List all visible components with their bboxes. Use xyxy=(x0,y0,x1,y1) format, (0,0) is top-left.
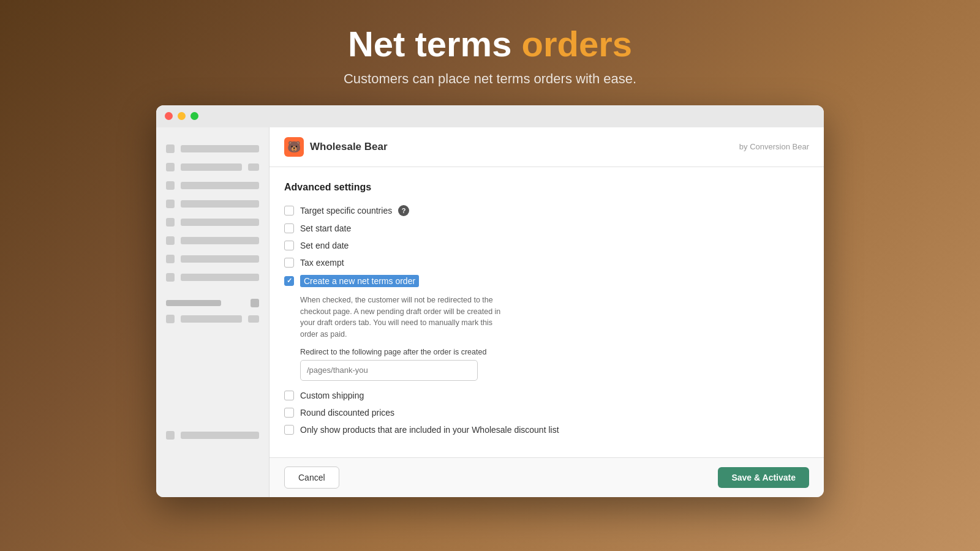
redirect-label: Redirect to the following page after the… xyxy=(300,348,809,356)
checkbox-label-custom-shipping: Custom shipping xyxy=(300,391,364,400)
checkbox-target-countries[interactable] xyxy=(284,206,294,216)
sidebar-item-online-store[interactable] xyxy=(156,310,269,328)
checkbox-only-show-products[interactable] xyxy=(284,425,294,435)
redirect-input-container xyxy=(300,360,478,381)
redirect-input[interactable] xyxy=(307,365,471,375)
checkbox-row-create-net-terms: Create a new net terms order xyxy=(284,275,809,287)
sidebar-label-marketing xyxy=(181,237,259,244)
checkbox-row-set-start-date: Set start date xyxy=(284,223,809,233)
checkbox-label-create-net-terms: Create a new net terms order xyxy=(300,275,419,287)
checkbox-row-set-end-date: Set end date xyxy=(284,241,809,250)
sidebar-label-apps xyxy=(181,274,259,281)
browser-window: 🐻 Wholesale Bear by Conversion Bear Adva… xyxy=(156,105,824,497)
checkbox-row-custom-shipping: Custom shipping xyxy=(284,391,809,400)
app-by-label: by Conversion Bear xyxy=(739,142,809,151)
sidebar-item-apps[interactable] xyxy=(156,268,269,287)
sidebar-label-orders xyxy=(181,163,242,171)
sidebar-label-store xyxy=(181,315,242,323)
sidebar-icon-settings xyxy=(166,431,175,440)
browser-body: 🐻 Wholesale Bear by Conversion Bear Adva… xyxy=(156,127,824,497)
description-text: When checked, the customer will not be r… xyxy=(300,294,502,340)
checkbox-custom-shipping[interactable] xyxy=(284,391,294,400)
checkbox-create-net-terms[interactable] xyxy=(284,276,294,286)
sidebar-item-orders[interactable] xyxy=(156,158,269,176)
sidebar-item-analytics[interactable] xyxy=(156,213,269,231)
checkbox-set-start-date[interactable] xyxy=(284,223,294,233)
sidebar-item-products[interactable] xyxy=(156,176,269,195)
checkbox-label-tax-exempt: Tax exempt xyxy=(300,258,344,268)
checkbox-round-discounted[interactable] xyxy=(284,408,294,418)
sidebar-item-home[interactable] xyxy=(156,140,269,158)
sidebar-icon xyxy=(166,181,175,190)
section-title: Advanced settings xyxy=(284,182,809,193)
content-area: Advanced settings Target specific countr… xyxy=(270,167,824,457)
checkbox-row-target-countries: Target specific countries ? xyxy=(284,205,809,216)
checkbox-label-set-start-date: Set start date xyxy=(300,223,351,233)
sidebar-item-settings[interactable] xyxy=(156,426,269,444)
sidebar-item-customers[interactable] xyxy=(156,195,269,213)
hero-section: Net terms orders Customers can place net… xyxy=(344,0,636,105)
checkbox-label-target-countries: Target specific countries xyxy=(300,206,392,216)
traffic-light-yellow[interactable] xyxy=(178,112,186,120)
checkbox-set-end-date[interactable] xyxy=(284,241,294,250)
sidebar-label-settings xyxy=(181,432,259,439)
main-content: 🐻 Wholesale Bear by Conversion Bear Adva… xyxy=(270,127,824,497)
sidebar-icon xyxy=(166,255,175,263)
sidebar-label-discounts xyxy=(181,255,259,263)
sidebar-section-header xyxy=(156,293,269,310)
sidebar-label-home xyxy=(181,145,259,152)
traffic-light-green[interactable] xyxy=(190,112,198,120)
sidebar-item-marketing[interactable] xyxy=(156,231,269,250)
hero-title: Net terms orders xyxy=(344,24,636,64)
app-logo-area: 🐻 Wholesale Bear xyxy=(284,137,388,157)
sidebar-badge-store xyxy=(248,315,259,323)
hero-subtitle: Customers can place net terms orders wit… xyxy=(344,71,636,87)
traffic-light-red[interactable] xyxy=(165,112,173,120)
save-activate-button[interactable]: Save & Activate xyxy=(718,467,809,488)
hero-title-white: Net terms xyxy=(348,24,512,64)
sidebar-icon xyxy=(166,200,175,208)
checkbox-tax-exempt[interactable] xyxy=(284,258,294,268)
sidebar-label-analytics xyxy=(181,219,259,226)
sidebar-icon xyxy=(166,163,175,171)
sidebar-icon xyxy=(166,273,175,282)
app-logo-icon: 🐻 xyxy=(284,137,304,157)
checkbox-label-round-discounted: Round discounted prices xyxy=(300,408,394,418)
sidebar-label-customers xyxy=(181,200,259,208)
checkbox-label-set-end-date: Set end date xyxy=(300,241,349,250)
help-icon-target-countries[interactable]: ? xyxy=(398,205,409,216)
footer-bar: Cancel Save & Activate xyxy=(270,457,824,497)
checkbox-row-round-discounted: Round discounted prices xyxy=(284,408,809,418)
sidebar xyxy=(156,127,270,497)
hero-title-orange: orders xyxy=(522,24,633,64)
checkbox-row-tax-exempt: Tax exempt xyxy=(284,258,809,268)
sidebar-icon xyxy=(166,236,175,245)
app-title: Wholesale Bear xyxy=(310,141,388,153)
browser-titlebar xyxy=(156,105,824,127)
cancel-button[interactable]: Cancel xyxy=(284,467,339,489)
sidebar-item-discounts[interactable] xyxy=(156,250,269,268)
sidebar-icon-store xyxy=(166,315,175,323)
sidebar-label-products xyxy=(181,182,259,189)
sidebar-icon xyxy=(166,218,175,227)
sidebar-section-label xyxy=(166,300,221,306)
sidebar-badge xyxy=(248,163,259,171)
app-header: 🐻 Wholesale Bear by Conversion Bear xyxy=(270,127,824,167)
sidebar-icon xyxy=(166,144,175,153)
checkbox-row-only-show-products: Only show products that are included in … xyxy=(284,425,809,435)
checkbox-label-only-show-products: Only show products that are included in … xyxy=(300,425,559,435)
sidebar-section-icon xyxy=(251,299,259,307)
